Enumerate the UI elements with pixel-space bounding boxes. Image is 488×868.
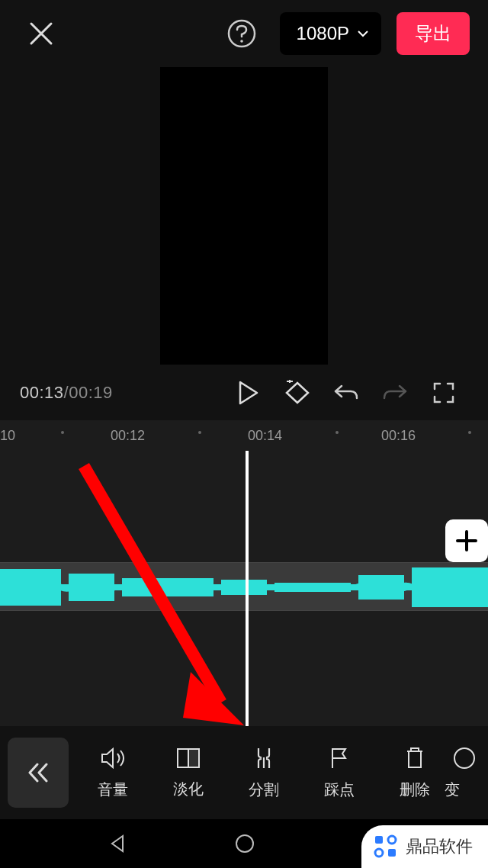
tool-fade[interactable]: 淡化 (150, 731, 226, 815)
svg-rect-5 (69, 574, 114, 601)
playback-controls: 00:13/00:19 (0, 371, 488, 420)
volume-icon (99, 746, 127, 770)
svg-point-19 (388, 836, 396, 844)
close-button[interactable] (24, 17, 58, 50)
help-button[interactable] (225, 17, 258, 50)
plus-icon (454, 529, 479, 553)
tool-label: 分割 (249, 780, 279, 800)
collapse-button[interactable] (8, 738, 69, 808)
svg-rect-18 (375, 836, 383, 844)
speed-icon (452, 746, 467, 770)
bottom-toolbar: 音量 淡化 分割 踩点 (0, 726, 488, 819)
svg-rect-4 (0, 569, 61, 606)
tool-speed[interactable]: 变 (452, 731, 467, 815)
svg-point-20 (375, 849, 383, 857)
preview-area (0, 67, 488, 371)
tool-volume[interactable]: 音量 (75, 731, 150, 815)
trash-icon (404, 746, 425, 770)
help-icon (226, 18, 257, 49)
chevron-down-icon (357, 30, 369, 37)
watermark-text: 鼎品软件 (406, 835, 473, 858)
time-current: 00:13 (20, 383, 64, 402)
tool-label: 音量 (98, 780, 128, 800)
nav-home[interactable] (234, 833, 255, 854)
play-icon (237, 380, 260, 406)
tool-label: 变 (445, 780, 460, 800)
ruler-tick: 00:14 (248, 428, 282, 444)
svg-rect-9 (358, 575, 404, 600)
waveform-overlay (0, 563, 488, 611)
system-nav-bar: 鼎品软件 (0, 819, 488, 868)
timeline[interactable]: 0:10 00:12 00:14 00:16 (0, 420, 488, 726)
flag-icon (329, 746, 350, 770)
fade-icon (175, 747, 201, 770)
svg-rect-6 (122, 578, 214, 596)
ruler-tick: 00:16 (381, 428, 416, 444)
resolution-label: 1080P (297, 23, 349, 44)
svg-rect-10 (412, 567, 488, 607)
ruler-dot (468, 431, 471, 434)
video-track-empty[interactable] (0, 454, 488, 522)
ruler-dot (198, 431, 201, 434)
nav-back[interactable] (108, 834, 127, 854)
undo-icon (332, 381, 360, 404)
timeline-ruler[interactable]: 0:10 00:12 00:14 00:16 (0, 420, 488, 454)
tool-split[interactable]: 分割 (226, 731, 301, 815)
chevrons-left-icon (25, 761, 51, 784)
ruler-tick: 0:10 (0, 428, 15, 444)
close-icon (28, 21, 54, 47)
tool-delete[interactable]: 删除 (377, 731, 452, 815)
preview-canvas[interactable] (160, 67, 328, 365)
video-editor-app: 1080P 导出 00:13/00:19 (0, 0, 488, 868)
watermark: 鼎品软件 (361, 825, 488, 868)
audio-track[interactable] (0, 562, 488, 611)
svg-point-15 (454, 748, 474, 768)
tool-beat[interactable]: 踩点 (301, 731, 377, 815)
triangle-back-icon (108, 834, 127, 854)
ruler-dot (61, 431, 64, 434)
svg-rect-14 (188, 749, 199, 767)
svg-point-1 (240, 40, 243, 43)
tool-label: 踩点 (324, 780, 355, 800)
tool-row: 音量 淡化 分割 踩点 (75, 731, 488, 815)
split-icon (252, 746, 275, 770)
ruler-tick: 00:12 (111, 428, 145, 444)
timecode: 00:13/00:19 (20, 383, 113, 403)
svg-rect-7 (221, 580, 267, 595)
svg-point-16 (236, 835, 253, 852)
svg-rect-21 (388, 849, 396, 857)
export-button[interactable]: 导出 (396, 12, 470, 55)
redo-icon (381, 381, 409, 404)
svg-rect-8 (274, 583, 351, 592)
keyframe-button[interactable] (273, 376, 322, 410)
keyframe-icon (282, 380, 313, 406)
tool-label: 淡化 (173, 779, 204, 799)
play-button[interactable] (224, 376, 273, 410)
fullscreen-button[interactable] (419, 376, 468, 410)
fullscreen-icon (432, 381, 455, 404)
circle-home-icon (234, 833, 255, 854)
watermark-logo-icon (372, 833, 400, 860)
export-label: 导出 (415, 21, 451, 46)
top-bar: 1080P 导出 (0, 0, 488, 67)
time-total: 00:19 (69, 383, 113, 402)
add-clip-button[interactable] (445, 519, 488, 562)
undo-button[interactable] (322, 376, 371, 410)
resolution-selector[interactable]: 1080P (280, 12, 381, 55)
tool-label: 删除 (400, 780, 430, 800)
redo-button[interactable] (371, 376, 419, 410)
playhead[interactable] (246, 451, 249, 726)
ruler-dot (336, 431, 339, 434)
spacer (0, 522, 488, 562)
